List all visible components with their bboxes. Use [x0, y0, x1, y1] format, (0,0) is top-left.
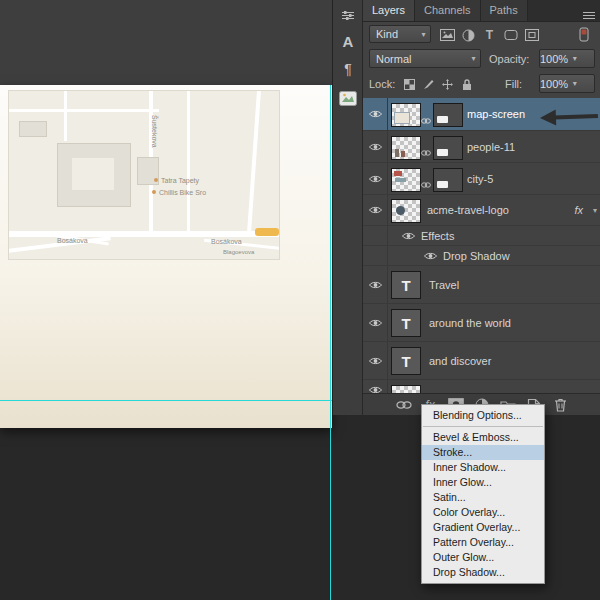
map-street-label: Bosákova	[57, 237, 88, 244]
mask-thumbnail[interactable]	[433, 136, 463, 160]
adjustment-filter-icon[interactable]	[460, 27, 477, 43]
map-poi-label: Tatra Tapety	[161, 177, 199, 184]
menu-item-bevel-emboss[interactable]: Bevel & Emboss...	[422, 430, 544, 445]
delete-layer-trash-icon[interactable]	[549, 396, 571, 413]
tab-layers[interactable]: Layers	[363, 0, 415, 21]
shape-filter-icon[interactable]	[502, 27, 519, 43]
filter-toggle-icon[interactable]	[575, 26, 592, 42]
menu-item-pattern-overlay[interactable]: Pattern Overlay...	[422, 535, 544, 550]
type-filter-glyph: T	[486, 28, 493, 42]
layer-name[interactable]: around the world	[429, 317, 511, 329]
type-layer-thumbnail[interactable]: T	[391, 271, 421, 299]
image-panel-icon[interactable]	[336, 86, 360, 110]
effects-collapse-icon[interactable]: ▾	[593, 206, 597, 215]
opacity-input[interactable]: 100% ▾	[539, 49, 595, 68]
layer-thumbnail[interactable]	[391, 136, 421, 160]
layer-row-and-discover[interactable]: T and discover	[363, 342, 600, 380]
menu-item-color-overlay[interactable]: Color Overlay...	[422, 505, 544, 520]
menu-item-satin[interactable]: Satin...	[422, 490, 544, 505]
fill-input[interactable]: 100% ▾	[539, 74, 595, 93]
map-street-label: Blagoevova	[223, 249, 254, 255]
layer-thumbnail[interactable]	[391, 199, 421, 223]
layer-row-around-the-world[interactable]: T around the world	[363, 304, 600, 342]
paragraph-panel-glyph: ¶	[344, 61, 352, 77]
lock-transparency-icon[interactable]	[401, 76, 418, 92]
map-route-highlight	[255, 228, 279, 236]
mask-link-icon[interactable]	[421, 111, 431, 129]
menu-item-inner-shadow[interactable]: Inner Shadow...	[422, 460, 544, 475]
link-layers-icon[interactable]	[393, 396, 415, 413]
visibility-eye-icon[interactable]	[366, 141, 384, 153]
menu-item-drop-shadow[interactable]: Drop Shadow...	[422, 565, 544, 580]
map-road	[9, 109, 159, 112]
effects-row[interactable]: Effects	[363, 226, 600, 246]
type-layer-thumbnail[interactable]: T	[391, 309, 421, 337]
layer-name[interactable]: and discover	[429, 355, 491, 367]
visibility-eye-icon[interactable]	[399, 230, 417, 242]
layers-panel: Layers Channels Paths Kind ▾ T	[362, 0, 600, 415]
layer-name[interactable]: people-11	[467, 141, 515, 153]
paragraph-panel-icon[interactable]: ¶	[336, 57, 360, 81]
visibility-eye-icon[interactable]	[366, 173, 384, 185]
lock-all-icon[interactable]	[458, 76, 475, 92]
effects-label[interactable]: Effects	[421, 230, 454, 242]
menu-item-inner-glow[interactable]: Inner Glow...	[422, 475, 544, 490]
blend-mode-select[interactable]: Normal ▾	[369, 49, 481, 68]
layer-name[interactable]: acme-travel-logo	[427, 204, 509, 216]
lock-pixels-icon[interactable]	[420, 76, 437, 92]
layer-name[interactable]: city-5	[467, 173, 493, 185]
tab-paths[interactable]: Paths	[481, 0, 528, 21]
panel-menu-icon[interactable]	[582, 6, 596, 24]
layer-row-travel[interactable]: T Travel	[363, 266, 600, 304]
guide-vertical[interactable]	[330, 85, 331, 600]
layer-thumbnail[interactable]	[391, 103, 421, 127]
kind-filter-select[interactable]: Kind ▾	[369, 25, 431, 43]
annotation-arrow	[538, 105, 600, 133]
layer-fx-badge[interactable]: fx	[574, 204, 583, 216]
visibility-eye-icon[interactable]	[421, 250, 439, 262]
mask-thumbnail[interactable]	[433, 168, 463, 192]
map-image: Šustekova Bosákova Bosákova Blagoevova T…	[8, 90, 280, 260]
adjustments-panel-icon[interactable]	[336, 3, 360, 27]
panel-tab-bar: Layers Channels Paths	[363, 0, 600, 22]
visibility-eye-icon[interactable]	[366, 355, 384, 367]
guide-horizontal[interactable]	[0, 400, 332, 401]
layer-name[interactable]: Travel	[429, 279, 459, 291]
mask-link-icon[interactable]	[421, 143, 431, 161]
document-canvas[interactable]: Šustekova Bosákova Bosákova Blagoevova T…	[0, 85, 332, 428]
panel-dock-strip: A ¶	[332, 0, 362, 415]
visibility-eye-icon[interactable]	[366, 108, 384, 120]
map-street-label: Bosákova	[211, 238, 242, 245]
map-poi-label: Chillis Bike Sro	[159, 189, 206, 196]
lock-position-icon[interactable]	[439, 76, 456, 92]
drop-shadow-effect-row[interactable]: Drop Shadow	[363, 246, 600, 266]
menu-item-stroke[interactable]: Stroke...	[422, 445, 544, 460]
layer-style-menu: Blending Options... Bevel & Emboss... St…	[421, 404, 545, 584]
visibility-eye-icon[interactable]	[366, 204, 384, 216]
type-filter-icon[interactable]: T	[481, 27, 498, 43]
menu-item-outer-glow[interactable]: Outer Glow...	[422, 550, 544, 565]
map-building	[19, 121, 47, 137]
layer-row-acme-travel-logo[interactable]: acme-travel-logo fx ▾	[363, 195, 600, 226]
smart-object-filter-icon[interactable]	[523, 27, 540, 43]
type-layer-thumbnail[interactable]: T	[391, 347, 421, 375]
layer-row-partial[interactable]	[363, 380, 600, 394]
map-street-label: Šustekova	[151, 115, 158, 148]
pixel-filter-icon[interactable]	[439, 27, 456, 43]
menu-separator	[423, 426, 543, 427]
layer-row-city-5[interactable]: city-5	[363, 163, 600, 195]
layer-row-people-11[interactable]: people-11	[363, 131, 600, 163]
opacity-value: 100%	[540, 53, 568, 65]
menu-item-gradient-overlay[interactable]: Gradient Overlay...	[422, 520, 544, 535]
mask-thumbnail[interactable]	[433, 103, 463, 127]
layer-thumbnail[interactable]	[391, 168, 421, 192]
visibility-eye-icon[interactable]	[366, 317, 384, 329]
menu-item-blending-options[interactable]: Blending Options...	[422, 408, 544, 423]
type-thumb-glyph: T	[401, 315, 410, 332]
tab-channels[interactable]: Channels	[415, 0, 480, 21]
layer-name[interactable]: map-screen	[467, 108, 525, 120]
drop-shadow-label[interactable]: Drop Shadow	[443, 250, 510, 262]
visibility-eye-icon[interactable]	[366, 279, 384, 291]
character-panel-icon[interactable]: A	[336, 29, 360, 53]
mask-link-icon[interactable]	[421, 175, 431, 193]
